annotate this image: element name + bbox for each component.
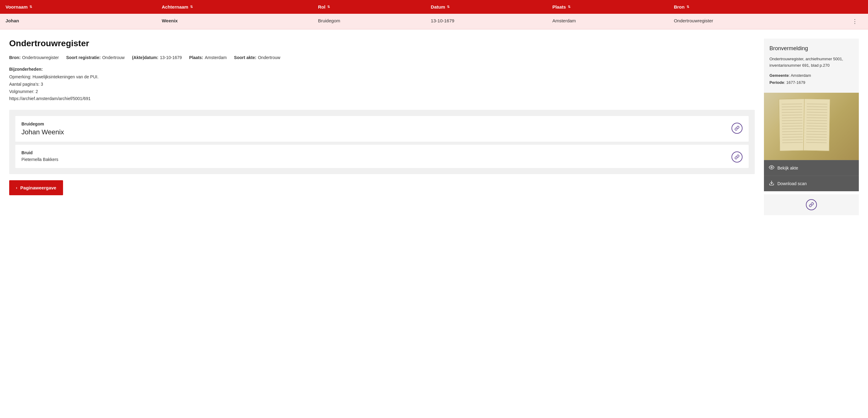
col-label-achternaam: Achternaam <box>162 4 188 9</box>
sort-icon-datum: ⇅ <box>447 5 450 9</box>
col-label-rol: Rol <box>318 4 326 9</box>
download-scan-label: Download scan <box>777 181 807 186</box>
main-container: Ondertrouwregister Bron: Ondertrouwregis… <box>0 29 868 215</box>
sort-icon-plaats: ⇅ <box>568 5 570 9</box>
sort-icon-bron: ⇅ <box>686 5 689 9</box>
bronvermelding-gemeente: Gemeente: Amsterdam <box>770 73 853 78</box>
cell-achternaam: Weenix <box>156 14 312 29</box>
bronvermelding-periode: Periode: 1677-1679 <box>770 80 853 85</box>
svg-point-0 <box>771 166 773 168</box>
periode-label: Periode <box>770 80 784 85</box>
bijzonderheden-line-1: Aantal pagina's: 3 <box>9 81 755 88</box>
person-link-icon-bruidegom[interactable] <box>732 123 743 134</box>
sidebar-link-box <box>764 194 859 215</box>
doc-page-left <box>779 99 806 151</box>
eye-icon <box>769 165 774 171</box>
bijzonderheden-line-2: Volgnummer: 2 <box>9 88 755 95</box>
col-label-voornaam: Voornaam <box>5 4 28 9</box>
bijzonderheden-url[interactable]: https://archief.amsterdam/archief/5001/6… <box>9 96 91 101</box>
cell-rol: Bruidegom <box>312 14 426 29</box>
col-header-achternaam[interactable]: Achternaam ⇅ <box>156 0 312 14</box>
meta-plaats-label: Plaats: <box>189 55 203 60</box>
col-header-datum[interactable]: Datum ⇅ <box>426 0 547 14</box>
person-card-bruidegom: Bruidegom Johan Weenix <box>15 116 749 142</box>
meta-plaats-value: Amsterdam <box>205 55 227 60</box>
doc-lines-right <box>806 103 827 145</box>
sidebar-link-icon[interactable] <box>806 199 817 210</box>
doc-lines-left <box>782 103 803 145</box>
bijzonderheden-link[interactable]: https://archief.amsterdam/archief/5001/6… <box>9 95 755 102</box>
cell-datum: 13-10-1679 <box>426 14 547 29</box>
meta-datum-value: 13-10-1679 <box>160 55 182 60</box>
col-header-bron[interactable]: Bron ⇅ <box>669 0 842 14</box>
meta-soort-akte: Soort akte: Ondertrouw <box>234 55 280 60</box>
download-icon <box>769 180 774 187</box>
col-header-rol[interactable]: Rol ⇅ <box>312 0 426 14</box>
table-header: Voornaam ⇅ Achternaam ⇅ Rol ⇅ Datum ⇅ Pl… <box>0 0 868 14</box>
person-name-bruid: Pieternella Bakkers <box>22 157 58 162</box>
person-name-bruidegom: Johan Weenix <box>22 128 64 136</box>
bronvermelding-text: Ondertrouwregister, archiefnummer 5001, … <box>770 56 853 69</box>
meta-datum-label: (Akte)datum: <box>132 55 158 60</box>
meta-datum: (Akte)datum: 13-10-1679 <box>132 55 182 60</box>
cell-action[interactable]: ⋮ <box>842 14 868 29</box>
person-card-bruid: Bruid Pieternella Bakkers <box>15 145 749 168</box>
sort-icon-rol: ⇅ <box>327 5 330 9</box>
cell-bron: Ondertrouwregister <box>669 14 842 29</box>
col-header-plaats[interactable]: Plaats ⇅ <box>547 0 669 14</box>
person-card-info-bruid: Bruid Pieternella Bakkers <box>22 150 58 162</box>
bronvermelding-box: Bronvermelding Ondertrouwregister, archi… <box>764 38 859 93</box>
sidebar: Bronvermelding Ondertrouwregister, archi… <box>764 38 859 215</box>
sort-icon-achternaam: ⇅ <box>190 5 193 9</box>
akte-image-container <box>764 93 859 160</box>
col-header-voornaam[interactable]: Voornaam ⇅ <box>0 0 156 14</box>
table-row: Johan Weenix Bruidegom 13-10-1679 Amster… <box>0 14 868 29</box>
bijzonderheden-line-0: Opmerking: Huwelijksintekeningen van de … <box>9 73 755 81</box>
meta-plaats: Plaats: Amsterdam <box>189 55 227 60</box>
bekijk-akte-button[interactable]: Bekijk akte <box>764 160 859 175</box>
meta-row: Bron: Ondertrouwregister Soort registrat… <box>9 55 755 60</box>
meta-bron-value: Ondertrouwregister <box>22 55 59 60</box>
person-role-bruidegom: Bruidegom <box>22 122 64 126</box>
bekijk-akte-label: Bekijk akte <box>777 165 798 170</box>
bijzonderheden-section: Bijzonderheden: Opmerking: Huwelijksinte… <box>9 67 755 102</box>
meta-soort-reg-value: Ondertrouw <box>102 55 125 60</box>
doc-page-right <box>803 99 830 151</box>
cell-plaats: Amsterdam <box>547 14 669 29</box>
periode-value: 1677-1679 <box>786 80 805 85</box>
gemeente-label: Gemeente <box>770 73 789 78</box>
meta-soort-reg-label: Soort registratie: <box>66 55 101 60</box>
person-link-icon-bruid[interactable] <box>732 152 743 162</box>
col-label-bron: Bron <box>674 4 685 9</box>
content-area: Ondertrouwregister Bron: Ondertrouwregis… <box>9 38 755 215</box>
person-card-info-bruidegom: Bruidegom Johan Weenix <box>22 122 64 136</box>
meta-bron-label: Bron: <box>9 55 21 60</box>
paginaweergave-chevron-icon: › <box>16 186 17 190</box>
meta-soort-reg: Soort registratie: Ondertrouw <box>66 55 125 60</box>
paginaweergave-button[interactable]: › Paginaweergave <box>9 180 63 195</box>
sort-icon-voornaam: ⇅ <box>29 5 32 9</box>
paginaweergave-label: Paginaweergave <box>20 185 56 190</box>
download-scan-button[interactable]: Download scan <box>764 175 859 191</box>
meta-soort-akte-value: Ondertrouw <box>258 55 280 60</box>
cell-voornaam: Johan <box>0 14 156 29</box>
gemeente-value: Amsterdam <box>790 73 811 78</box>
person-role-bruid: Bruid <box>22 150 58 155</box>
meta-bron: Bron: Ondertrouwregister <box>9 55 59 60</box>
col-label-plaats: Plaats <box>553 4 566 9</box>
bronvermelding-title: Bronvermelding <box>770 45 853 52</box>
bijzonderheden-title: Bijzonderheden: <box>9 67 755 72</box>
col-label-datum: Datum <box>431 4 445 9</box>
akte-image-placeholder <box>764 93 859 160</box>
page-title: Ondertrouwregister <box>9 38 755 49</box>
meta-soort-akte-label: Soort akte: <box>234 55 256 60</box>
cards-container: Bruidegom Johan Weenix Bruid Pieternella… <box>9 110 755 174</box>
row-action-icon: ⋮ <box>852 18 858 25</box>
